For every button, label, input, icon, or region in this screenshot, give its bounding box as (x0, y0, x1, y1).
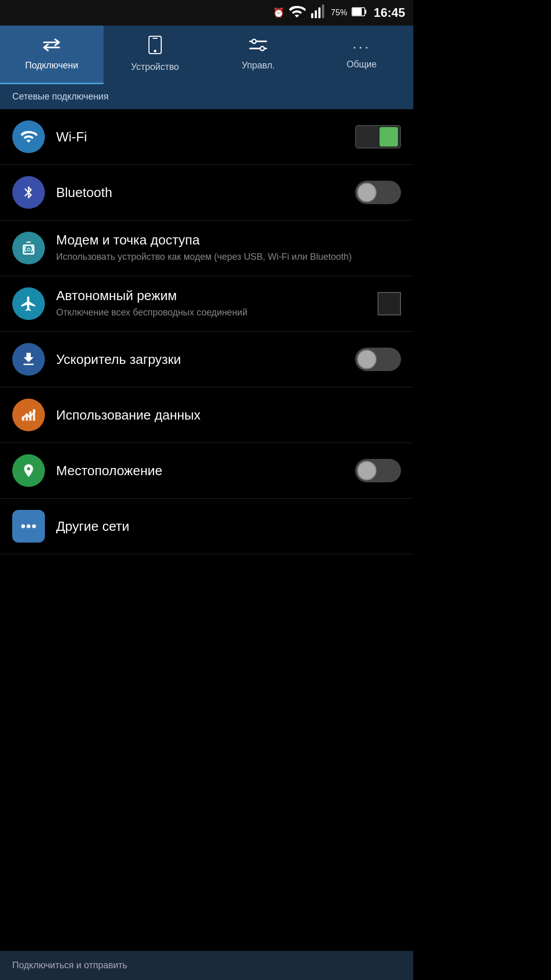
tab-device[interactable]: Устройство (104, 26, 207, 84)
svg-point-8 (154, 50, 156, 53)
download-icon (12, 343, 45, 376)
wifi-status-icon (288, 3, 306, 23)
status-bar: ⏰ 75% 16:45 (0, 0, 413, 26)
svg-rect-15 (26, 413, 28, 421)
datausage-title: Использование данных (56, 407, 401, 423)
svg-point-20 (32, 524, 36, 528)
airplane-icon (12, 287, 45, 320)
svg-rect-3 (322, 4, 324, 18)
svg-rect-2 (318, 7, 320, 18)
svg-rect-1 (314, 10, 316, 18)
datausage-icon (12, 399, 45, 431)
svg-point-18 (21, 524, 25, 528)
othernets-icon (12, 510, 45, 543)
airplane-checkbox[interactable] (378, 292, 401, 315)
download-item[interactable]: Ускоритель загрузки (0, 332, 413, 387)
download-toggle-knob (357, 350, 377, 369)
wifi-content: Wi-Fi (56, 129, 347, 145)
bottom-bar[interactable]: Подключиться и отправить (0, 951, 413, 980)
wifi-toggle-knob (380, 127, 398, 146)
location-toggle[interactable] (355, 459, 401, 482)
svg-point-19 (27, 524, 30, 528)
tethering-content: Модем и точка доступа Использовать устро… (56, 232, 401, 263)
download-toggle[interactable] (355, 348, 401, 371)
datausage-item[interactable]: Использование данных (0, 387, 413, 443)
bluetooth-toggle-switch[interactable] (355, 181, 401, 204)
tab-connections-label: Подключени (25, 60, 78, 71)
tab-controls[interactable]: Управл. (207, 26, 310, 84)
download-title: Ускоритель загрузки (56, 352, 347, 368)
location-title: Местоположение (56, 463, 347, 479)
battery-percent: 75% (331, 8, 347, 17)
battery-icon (352, 7, 367, 19)
tab-device-icon (148, 36, 162, 58)
svg-rect-5 (365, 10, 366, 14)
wifi-toggle[interactable] (355, 125, 401, 149)
airplane-title: Автономный режим (56, 288, 369, 304)
airplane-checkbox-box[interactable] (378, 292, 401, 315)
status-time: 16:45 (374, 6, 405, 20)
location-toggle-knob (357, 461, 377, 480)
othernets-content: Другие сети (56, 519, 401, 534)
tab-connections-icon (41, 37, 62, 56)
tab-device-label: Устройство (131, 62, 179, 72)
airplane-item[interactable]: Автономный режим Отключение всех беспров… (0, 276, 413, 332)
section-header: Сетевые подключения (0, 84, 413, 109)
tethering-subtitle: Использовать устройство как модем (через… (56, 251, 401, 263)
location-item[interactable]: Местоположение (0, 443, 413, 499)
svg-rect-6 (353, 8, 362, 15)
bluetooth-icon (12, 176, 45, 209)
tab-general-label: Общие (346, 59, 377, 70)
download-toggle-switch[interactable] (355, 348, 401, 371)
tab-connections[interactable]: Подключени (0, 26, 104, 84)
svg-rect-14 (22, 416, 24, 421)
bluetooth-content: Bluetooth (56, 185, 347, 201)
svg-point-13 (260, 46, 264, 51)
bluetooth-toggle-knob (357, 183, 377, 202)
datausage-content: Использование данных (56, 407, 401, 423)
bluetooth-item[interactable]: Bluetooth (0, 165, 413, 220)
airplane-content: Автономный режим Отключение всех беспров… (56, 288, 369, 319)
othernets-title: Другие сети (56, 519, 401, 534)
wifi-item[interactable]: Wi-Fi (0, 109, 413, 165)
tab-controls-icon (249, 37, 267, 56)
location-content: Местоположение (56, 463, 347, 479)
wifi-icon (12, 120, 45, 153)
airplane-subtitle: Отключение всех беспроводных соединений (56, 306, 369, 319)
othernets-item[interactable]: Другие сети (0, 499, 413, 554)
svg-rect-0 (311, 13, 313, 18)
wifi-title: Wi-Fi (56, 129, 347, 145)
tab-bar: Подключени Устройство Управл. ··· Общие (0, 26, 413, 84)
bottom-bar-label: Подключиться и отправить (12, 960, 127, 970)
bluetooth-title: Bluetooth (56, 185, 347, 201)
tethering-icon (12, 232, 45, 264)
tab-general[interactable]: ··· Общие (310, 26, 414, 84)
tethering-item[interactable]: Модем и точка доступа Использовать устро… (0, 220, 413, 276)
svg-point-11 (252, 39, 256, 43)
alarm-icon: ⏰ (273, 7, 284, 18)
svg-rect-16 (29, 411, 31, 421)
location-toggle-switch[interactable] (355, 459, 401, 482)
status-icons: ⏰ 75% 16:45 (273, 3, 405, 23)
wifi-toggle-switch[interactable] (355, 125, 401, 149)
svg-rect-17 (33, 409, 35, 421)
location-icon (12, 454, 45, 487)
bluetooth-toggle[interactable] (355, 181, 401, 204)
tab-general-icon: ··· (353, 39, 370, 55)
settings-list: Wi-Fi Bluetooth (0, 109, 413, 554)
tethering-title: Модем и точка доступа (56, 232, 401, 248)
signal-icon (310, 3, 327, 23)
tab-controls-label: Управл. (242, 60, 275, 71)
download-content: Ускоритель загрузки (56, 352, 347, 368)
